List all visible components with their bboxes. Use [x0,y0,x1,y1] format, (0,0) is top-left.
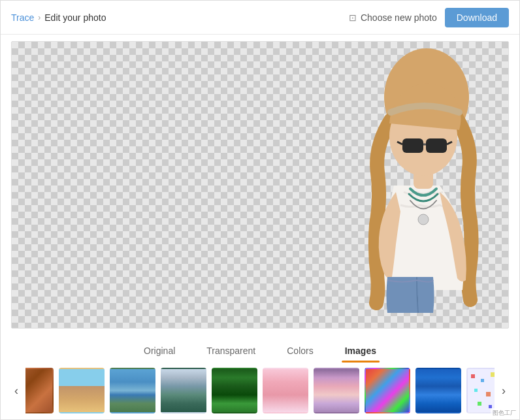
breadcrumb: Trace › Edit your photo [11,12,106,23]
thumbnail-forest[interactable] [212,368,257,413]
thumbnail-desert[interactable] [59,368,105,413]
tab-colors[interactable]: Colors [271,340,329,363]
breadcrumb-separator: › [38,13,41,22]
header: Trace › Edit your photo ⊡ Choose new pho… [1,1,519,35]
thumbnails-scroll [25,368,495,413]
thumbnail-pink-haze[interactable] [263,368,308,413]
breadcrumb-trace-link[interactable]: Trace [11,12,34,23]
header-actions: ⊡ Choose new photo Download [349,8,509,27]
choose-photo-label: Choose new photo [361,12,437,23]
svg-rect-16 [486,392,491,396]
thumbnail-lake-mountains[interactable] [161,368,206,413]
canvas-area [11,41,509,329]
image-strip: ‹ [1,363,519,419]
person-figure [325,42,508,316]
watermark: 图色工厂 [491,408,518,418]
svg-rect-3 [402,138,423,153]
tab-original[interactable]: Original [128,340,191,363]
svg-rect-4 [426,138,447,153]
breadcrumb-current: Edit your photo [44,12,106,23]
svg-rect-11 [481,379,484,382]
thumbnail-blue-ocean[interactable] [415,368,461,413]
camera-icon: ⊡ [349,12,357,23]
svg-point-8 [418,214,429,225]
thumbnail-confetti[interactable] [466,368,495,413]
tab-transparent[interactable]: Transparent [191,340,271,363]
thumbnail-mountains[interactable] [110,368,155,413]
thumbnail-venice[interactable] [314,368,359,413]
thumbnail-colorful[interactable] [365,368,410,413]
next-arrow-button[interactable]: › [495,381,513,400]
choose-new-photo-button[interactable]: ⊡ Choose new photo [349,12,437,23]
download-button[interactable]: Download [445,8,509,27]
svg-rect-10 [471,374,475,378]
tab-images[interactable]: Images [329,340,392,363]
thumbnail-brick[interactable] [25,368,54,413]
prev-arrow-button[interactable]: ‹ [7,381,25,400]
tabs-container: Original Transparent Colors Images [1,335,519,363]
svg-rect-12 [491,372,495,377]
svg-rect-15 [474,389,478,392]
svg-rect-19 [478,402,481,406]
